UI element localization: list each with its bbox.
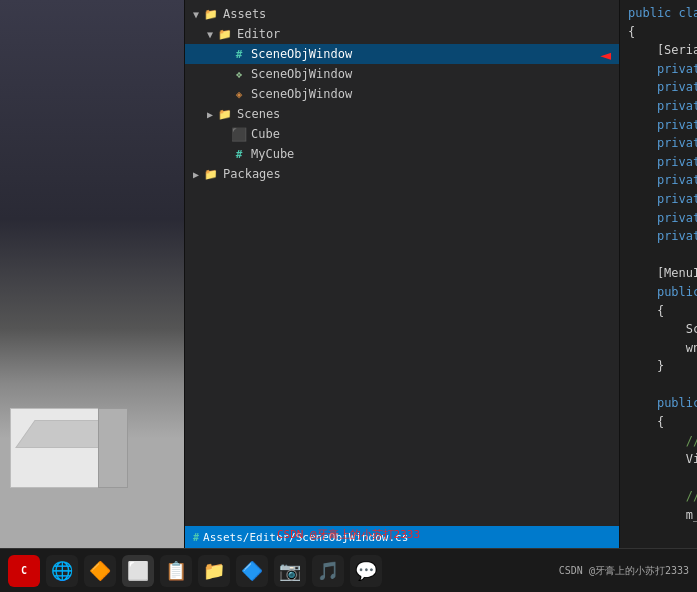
label-scenes: Scenes — [237, 107, 280, 121]
code-line-7: private Bu — [628, 116, 689, 135]
arrow-packages: ▶ — [189, 169, 203, 180]
arrow-assets: ▼ — [189, 9, 203, 20]
code-line-18: SceneO — [628, 320, 689, 339]
tree-item-sceneobjwindow-cs[interactable]: # SceneObjWindow ◄ — [185, 44, 619, 64]
code-line-4: private Vi — [628, 60, 689, 79]
cs-icon-mycube: # — [231, 146, 247, 162]
code-line-26 — [628, 469, 689, 488]
file-tree: ▼ 📁 Assets ▼ 📁 Editor # SceneObjWindow ◄ — [185, 0, 619, 526]
tree-item-cube[interactable]: ⬛ Cube — [185, 124, 619, 144]
cube-icon: ⬛ — [231, 126, 247, 142]
code-line-25: VisualEl — [628, 450, 689, 469]
code-line-29 — [628, 525, 689, 544]
code-line-24: // Each — [628, 432, 689, 451]
viewport-panel — [0, 0, 185, 548]
taskbar-app-10[interactable]: 💬 — [350, 555, 382, 587]
code-line-8: private Lis — [628, 134, 689, 153]
taskbar-app-9[interactable]: 🎵 — [312, 555, 344, 587]
code-line-23: { — [628, 413, 689, 432]
code-line-19: wnd.tit — [628, 339, 689, 358]
code-line-2: { — [628, 23, 689, 42]
tree-item-sceneobjwindow-prefab[interactable]: ❖ SceneObjWindow — [185, 64, 619, 84]
file-browser-panel: ▼ 📁 Assets ▼ 📁 Editor # SceneObjWindow ◄ — [185, 0, 620, 548]
arrow-scenes: ▶ — [203, 109, 217, 120]
taskbar: C 🌐 🔶 ⬜ 📋 📁 🔷 📷 🎵 💬 CSDN @牙膏上的小苏打2333 — [0, 548, 697, 592]
folder-icon-packages: 📁 — [203, 166, 219, 182]
main-area: ▼ 📁 Assets ▼ 📁 Editor # SceneObjWindow ◄ — [0, 0, 697, 548]
code-line-1: public class — [628, 4, 689, 23]
taskbar-app-8[interactable]: 📷 — [274, 555, 306, 587]
code-line-27: // Instan — [628, 487, 689, 506]
taskbar-app-5[interactable]: 📋 — [160, 555, 192, 587]
code-line-3: [Serialize — [628, 41, 689, 60]
code-line-10: private Te — [628, 171, 689, 190]
code-line-13: private Te — [628, 227, 689, 246]
taskbar-app-csdn[interactable]: C — [8, 555, 40, 587]
code-line-11: private Ve — [628, 190, 689, 209]
code-line-6: private Bu — [628, 97, 689, 116]
cs-icon-sceneobjwindow: # — [231, 46, 247, 62]
status-cs-icon: # — [193, 532, 199, 543]
code-line-15: [MenuItem — [628, 264, 689, 283]
tree-item-assets[interactable]: ▼ 📁 Assets — [185, 4, 619, 24]
label-sceneobjwindow-prefab: SceneObjWindow — [251, 67, 352, 81]
code-panel: public class { [Serialize private Vi pri… — [620, 0, 697, 548]
taskbar-app-7[interactable]: 🔷 — [236, 555, 268, 587]
tree-item-mycube[interactable]: # MyCube — [185, 144, 619, 164]
taskbar-app-unity[interactable]: ⬜ — [122, 555, 154, 587]
red-arrow-annotation: ◄ — [600, 44, 611, 65]
code-line-16: public sta — [628, 283, 689, 302]
code-line-28: m_Visua — [628, 506, 689, 525]
tree-item-editor[interactable]: ▼ 📁 Editor — [185, 24, 619, 44]
code-line-5: private Ob — [628, 78, 689, 97]
obj-icon-sceneobjwindow: ◈ — [231, 86, 247, 102]
code-line-17: { — [628, 302, 689, 321]
arrow-editor: ▼ — [203, 29, 217, 40]
taskbar-app-6[interactable]: 📁 — [198, 555, 230, 587]
code-line-9: private Ga — [628, 153, 689, 172]
code-line-21 — [628, 376, 689, 395]
code-line-14 — [628, 246, 689, 265]
tree-item-packages[interactable]: ▶ 📁 Packages — [185, 164, 619, 184]
code-line-12: private Int — [628, 209, 689, 228]
label-assets: Assets — [223, 7, 266, 21]
folder-icon-editor: 📁 — [217, 26, 233, 42]
taskbar-watermark-label: CSDN @牙膏上的小苏打2333 — [559, 564, 689, 578]
label-sceneobjwindow-obj: SceneObjWindow — [251, 87, 352, 101]
tree-item-scenes[interactable]: ▶ 📁 Scenes — [185, 104, 619, 124]
file-status-bar: # Assets/Editor/SceneObjWindow.cs — [185, 526, 619, 548]
label-sceneobjwindow-cs: SceneObjWindow — [251, 47, 352, 61]
prefab-icon-sceneobjwindow: ❖ — [231, 66, 247, 82]
folder-icon-assets: 📁 — [203, 6, 219, 22]
status-path: Assets/Editor/SceneObjWindow.cs — [203, 531, 408, 544]
taskbar-app-chrome[interactable]: 🌐 — [46, 555, 78, 587]
code-line-20: } — [628, 357, 689, 376]
code-line-22: public voi — [628, 394, 689, 413]
taskbar-app-blender[interactable]: 🔶 — [84, 555, 116, 587]
label-mycube: MyCube — [251, 147, 294, 161]
cube-side-face — [98, 408, 128, 488]
tree-item-sceneobjwindow-obj[interactable]: ◈ SceneObjWindow — [185, 84, 619, 104]
label-cube: Cube — [251, 127, 280, 141]
label-packages: Packages — [223, 167, 281, 181]
label-editor: Editor — [237, 27, 280, 41]
folder-icon-scenes: 📁 — [217, 106, 233, 122]
